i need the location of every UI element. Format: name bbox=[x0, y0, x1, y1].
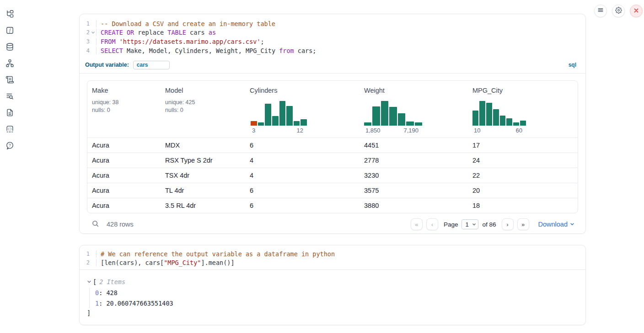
column-histogram: 1,8507,190 bbox=[364, 101, 464, 134]
hamburger-icon bbox=[597, 7, 604, 15]
table-cell: 4 bbox=[245, 157, 360, 164]
histogram-bar bbox=[513, 122, 519, 126]
table-row[interactable]: Acura3.5 RL 4dr6388018 bbox=[87, 198, 578, 213]
table-cell: RSX Type S 2dr bbox=[161, 157, 245, 164]
column-header[interactable]: MPG_City1060 bbox=[468, 81, 578, 137]
page-select[interactable]: 1 bbox=[462, 219, 478, 229]
python-code-editor[interactable]: 1# We can reference the output variable … bbox=[80, 245, 585, 267]
stat-line: unique: 425 bbox=[165, 99, 242, 106]
tree-entry-index: 1 bbox=[95, 300, 99, 307]
table-cell: 3230 bbox=[360, 172, 468, 179]
sidebar-item-scratchpad[interactable] bbox=[5, 76, 14, 85]
histogram-bar bbox=[506, 118, 512, 126]
column-label: Model bbox=[165, 87, 242, 94]
histogram-axis-labels: 1060 bbox=[472, 126, 526, 134]
collapse-chevron-icon[interactable] bbox=[87, 280, 93, 284]
sql-cell: 1-- Download a CSV and create an in-memo… bbox=[79, 14, 586, 234]
code-line: 1-- Download a CSV and create an in-memo… bbox=[80, 19, 585, 28]
sql-code-editor[interactable]: 1-- Download a CSV and create an in-memo… bbox=[80, 14, 585, 55]
chevron-down-icon bbox=[472, 222, 476, 227]
tree-entry-value: 20.060747663551403 bbox=[106, 300, 173, 307]
column-histogram: 312 bbox=[250, 101, 356, 134]
last-page-button[interactable]: » bbox=[517, 218, 529, 230]
output-variable-label: Output variable: bbox=[85, 62, 129, 68]
svg-text:f: f bbox=[9, 28, 11, 33]
table-row[interactable]: AcuraRSX Type S 2dr4277824 bbox=[87, 153, 578, 168]
table-cell: 3.5 RL 4dr bbox=[161, 202, 245, 209]
sidebar-item-file-explorer[interactable] bbox=[5, 10, 14, 19]
tree-head-row: [ 2 Items bbox=[87, 277, 578, 286]
window-toolbar bbox=[594, 5, 643, 17]
table-cell: TSX 4dr bbox=[161, 172, 245, 179]
histogram-axis-labels: 312 bbox=[251, 126, 307, 134]
histogram-bar bbox=[294, 121, 300, 126]
sidebar-item-snippets[interactable]: ( ) bbox=[5, 125, 14, 134]
column-header[interactable]: Makeunique: 38nulls: 0 bbox=[87, 81, 161, 137]
result-table: Makeunique: 38nulls: 0Modelunique: 425nu… bbox=[87, 80, 578, 213]
sidebar-item-logs[interactable] bbox=[5, 92, 14, 101]
table-header-row: Makeunique: 38nulls: 0Modelunique: 425nu… bbox=[87, 81, 578, 137]
histogram-bar bbox=[272, 116, 279, 126]
sidebar-item-variables[interactable]: f bbox=[5, 26, 14, 36]
menu-button[interactable] bbox=[594, 5, 607, 17]
output-variable-input[interactable]: cars bbox=[133, 61, 170, 69]
column-header[interactable]: Weight1,8507,190 bbox=[360, 81, 468, 137]
histogram-bar bbox=[500, 116, 506, 126]
table-row[interactable]: AcuraMDX6445117 bbox=[87, 137, 578, 153]
next-page-button[interactable]: › bbox=[502, 218, 514, 230]
search-icon[interactable] bbox=[91, 220, 99, 229]
code-line: 2CREATE OR replace TABLE cars as bbox=[80, 28, 585, 37]
table-cell: 18 bbox=[468, 202, 578, 209]
axis-min-label: 3 bbox=[252, 127, 255, 134]
code-token: ].mean()] bbox=[201, 259, 234, 266]
sidebar-item-dependencies[interactable] bbox=[5, 59, 14, 69]
logs-search-icon bbox=[5, 92, 14, 102]
gear-icon bbox=[615, 7, 622, 16]
sidebar-item-help[interactable]: ? bbox=[5, 142, 14, 151]
table-cell: 6 bbox=[245, 142, 360, 149]
settings-button[interactable] bbox=[612, 5, 625, 17]
table-footer: 428 rows « ‹ Page 1 of 86 › » Download bbox=[80, 214, 585, 235]
histogram-bar bbox=[415, 122, 422, 126]
previous-page-button[interactable]: ‹ bbox=[426, 218, 438, 230]
close-bracket: ] bbox=[87, 308, 578, 317]
histogram-bar bbox=[472, 111, 478, 126]
table-cell: 17 bbox=[468, 142, 578, 149]
page-select-value: 1 bbox=[465, 221, 468, 228]
svg-text:( ): ( ) bbox=[8, 127, 11, 131]
code-token: 'https://datasets.marimo.app/cars.csv' bbox=[119, 38, 261, 45]
column-header[interactable]: Modelunique: 425nulls: 0 bbox=[161, 81, 245, 137]
code-line: 1# We can reference the output variable … bbox=[80, 249, 585, 259]
table-cell: TL 4dr bbox=[161, 187, 245, 194]
shutdown-button[interactable] bbox=[630, 5, 643, 17]
download-button[interactable]: Download bbox=[538, 221, 575, 228]
code-text: -- Download a CSV and create an in-memor… bbox=[96, 20, 585, 27]
marimo-notebook-page: f ( ) ? 1-- Download a CSV and create an… bbox=[0, 0, 644, 333]
first-page-button[interactable]: « bbox=[411, 218, 423, 230]
table-cell: 24 bbox=[468, 157, 578, 164]
snippets-icon: ( ) bbox=[5, 125, 14, 135]
line-number: 1 bbox=[80, 251, 90, 257]
table-body: AcuraMDX6445117AcuraRSX Type S 2dr427782… bbox=[87, 137, 578, 213]
cell-divider bbox=[80, 73, 585, 74]
fold-chevron-icon[interactable] bbox=[90, 31, 96, 35]
pagination: « ‹ Page 1 of 86 › » Download bbox=[411, 218, 574, 230]
sidebar-item-documentation[interactable] bbox=[5, 109, 14, 118]
histogram-bar bbox=[372, 106, 380, 126]
output-variable-row: Output variable: cars sql bbox=[80, 59, 585, 70]
python-cell: 1# We can reference the output variable … bbox=[79, 245, 586, 325]
tree-entry-index: 0 bbox=[95, 289, 99, 296]
sidebar-item-datasources[interactable] bbox=[5, 43, 14, 52]
page-label: Page bbox=[444, 221, 458, 228]
table-row[interactable]: AcuraTSX 4dr4323022 bbox=[87, 168, 578, 183]
histogram-bar bbox=[406, 122, 413, 126]
table-cell: 6 bbox=[245, 187, 360, 194]
language-badge: sql bbox=[569, 62, 576, 68]
line-number: 1 bbox=[80, 21, 90, 27]
code-token: SELECT bbox=[101, 47, 123, 54]
open-bracket: [ bbox=[93, 278, 97, 285]
code-token: ; bbox=[261, 38, 264, 45]
table-row[interactable]: AcuraTL 4dr6357520 bbox=[87, 183, 578, 198]
column-header[interactable]: Cylinders312 bbox=[245, 81, 360, 137]
histogram-bar bbox=[286, 106, 293, 126]
